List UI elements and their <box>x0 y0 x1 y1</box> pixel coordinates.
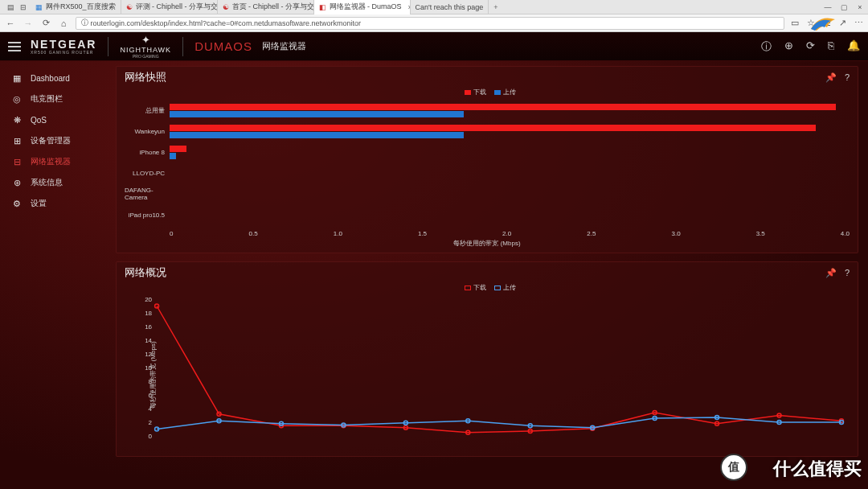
minimize-button[interactable]: — <box>820 3 836 11</box>
close-button[interactable]: × <box>852 3 868 11</box>
watermark-badge: 值 <box>720 454 747 481</box>
main-content: 网络快照 📌 ? 下载 上传 总用量WankeyuniPhone 8LLOYD-… <box>113 61 868 489</box>
divider <box>182 37 183 56</box>
page-title: 网络监视器 <box>262 40 306 52</box>
bar-segment <box>170 153 176 159</box>
brand-dumaos: DUMAOS <box>194 39 252 53</box>
browser-tab[interactable]: ☯评测 - Chiphell - 分享与交 <box>121 0 218 14</box>
svg-text:0: 0 <box>149 433 153 440</box>
sidebar-item-target[interactable]: ◎电竞围栏 <box>0 88 113 109</box>
gear-icon: ⚙ <box>11 198 23 209</box>
bar-category-label: iPad pro10.5 <box>125 204 170 225</box>
bar-category-label: LLOYD-PC <box>125 162 170 183</box>
browser-tab[interactable]: ☯首页 - Chiphell - 分享与交 <box>218 0 314 14</box>
sidebar-item-gear[interactable]: ⚙设置 <box>0 193 113 214</box>
bar-category-label: Wankeyun <box>125 121 170 142</box>
logout-icon[interactable]: ⎘ <box>828 39 834 54</box>
panel-title: 网络概况 <box>125 265 166 280</box>
browser-toolbar: ← → ⟳ ⌂ ⓘ routerlogin.com/desktop/index.… <box>0 14 868 32</box>
menu-icon[interactable] <box>8 42 21 51</box>
svg-text:2: 2 <box>149 419 153 426</box>
system-icon: ⊛ <box>11 177 23 188</box>
bell-icon[interactable]: 🔔 <box>847 39 860 54</box>
reboot-icon[interactable]: ⟳ <box>806 39 815 54</box>
sidebar-item-system[interactable]: ⊛系统信息 <box>0 172 113 193</box>
svg-text:16: 16 <box>145 323 152 331</box>
chart-legend: 下载 上传 <box>117 281 858 294</box>
flower-icon: ❋ <box>11 114 23 125</box>
new-tab-button[interactable]: + <box>489 3 502 11</box>
tab-pin-icon[interactable]: ⊟ <box>18 2 29 13</box>
app-root: NETGEAR XR500 GAMING ROUTER ✦ NIGHTHAWK … <box>0 32 868 489</box>
sidebar-item-label: QoS <box>31 116 47 125</box>
forward-button[interactable]: → <box>23 18 34 29</box>
dashboard-icon: ▦ <box>11 72 23 84</box>
bar-row <box>170 142 850 162</box>
monitor-icon: ⊟ <box>11 156 23 167</box>
sidebar-item-label: Dashboard <box>31 74 70 83</box>
bar-category-label: DAFANG-Camera <box>125 183 170 204</box>
panel-title: 网络快照 <box>125 70 166 84</box>
more-icon[interactable]: ⋯ <box>854 18 863 28</box>
browser-tab-strip: ▤ ⊟ ▦网件RX500_百度搜索 ☯评测 - Chiphell - 分享与交 … <box>0 0 868 14</box>
sidebar-item-label: 设置 <box>31 198 47 209</box>
help-icon[interactable]: ? <box>845 72 850 83</box>
home-button[interactable]: ⌂ <box>58 18 69 29</box>
x-axis-title: 每秒使用的带宽 (Mbps) <box>117 237 858 253</box>
maximize-button[interactable]: ▢ <box>836 3 852 11</box>
browser-tab[interactable]: ▦网件RX500_百度搜索 <box>31 0 121 14</box>
sidebar-item-label: 设备管理器 <box>31 135 71 146</box>
help-icon[interactable]: ? <box>845 268 850 278</box>
svg-text:20: 20 <box>145 296 152 303</box>
bar-segment <box>170 125 816 131</box>
bar-chart: 总用量WankeyuniPhone 8LLOYD-PCDAFANG-Camera… <box>117 98 858 228</box>
sidebar: ▦Dashboard◎电竞围栏❋QoS⊞设备管理器⊟网络监视器⊛系统信息⚙设置 <box>0 61 113 489</box>
pin-icon[interactable]: 📌 <box>825 268 837 278</box>
help-icon[interactable]: ⓘ <box>761 39 772 54</box>
devices-icon: ⊞ <box>11 135 23 146</box>
bar-row <box>170 183 850 204</box>
sidebar-item-label: 系统信息 <box>31 177 63 188</box>
bar-category-label: 总用量 <box>125 100 170 121</box>
divider <box>108 37 108 56</box>
panel-snapshot: 网络快照 📌 ? 下载 上传 总用量WankeyuniPhone 8LLOYD-… <box>116 66 858 253</box>
sidebar-item-flower[interactable]: ❋QoS <box>0 109 113 130</box>
tab-list-icon[interactable]: ▤ <box>5 2 16 13</box>
bar-row <box>170 162 850 183</box>
panel-overview: 网络概况 📌 ? 下载 上传 每秒使用的带宽 (Mbps) 0246810121… <box>116 261 858 457</box>
globe-icon[interactable]: ⊕ <box>784 39 793 54</box>
bar-row <box>170 204 850 225</box>
thunderbird-overlay-icon <box>807 13 839 37</box>
app-header: NETGEAR XR500 GAMING ROUTER ✦ NIGHTHAWK … <box>0 32 868 61</box>
x-axis: 00.51.01.52.02.53.03.54.0 <box>117 228 858 237</box>
refresh-button[interactable]: ⟳ <box>40 18 51 29</box>
chart-legend: 下载 上传 <box>117 86 858 98</box>
bar-row <box>170 121 850 142</box>
sidebar-item-monitor[interactable]: ⊟网络监视器 <box>0 151 113 172</box>
bar-row <box>170 100 850 121</box>
watermark-text: 什么值得买 <box>773 457 862 481</box>
reader-icon[interactable]: ▭ <box>791 18 799 28</box>
sidebar-item-dashboard[interactable]: ▦Dashboard <box>0 68 113 88</box>
pin-icon[interactable]: 📌 <box>825 72 837 83</box>
browser-tab-active[interactable]: ◧网络监视器 - DumaOS× <box>314 0 411 14</box>
sidebar-item-label: 网络监视器 <box>31 156 71 167</box>
line-chart: 每秒使用的带宽 (Mbps) 02468101214161820 <box>117 294 858 456</box>
sidebar-item-devices[interactable]: ⊞设备管理器 <box>0 130 113 151</box>
bar-segment <box>170 111 464 117</box>
share-icon[interactable]: ↗ <box>839 18 846 28</box>
brand-netgear: NETGEAR XR500 GAMING ROUTER <box>31 39 96 55</box>
svg-text:18: 18 <box>145 310 152 317</box>
bar-segment <box>170 146 186 152</box>
brand-nighthawk: ✦ NIGHTHAWK PRO GAMING <box>120 34 171 59</box>
url-input[interactable]: ⓘ routerlogin.com/desktop/index.html?cac… <box>76 17 784 30</box>
bar-segment <box>170 104 836 110</box>
target-icon: ◎ <box>11 93 23 105</box>
back-button[interactable]: ← <box>5 18 16 29</box>
bar-category-label: iPhone 8 <box>125 142 170 162</box>
sidebar-item-label: 电竞围栏 <box>31 93 63 105</box>
bar-segment <box>170 132 464 138</box>
browser-tab[interactable]: Can't reach this page <box>411 0 489 14</box>
